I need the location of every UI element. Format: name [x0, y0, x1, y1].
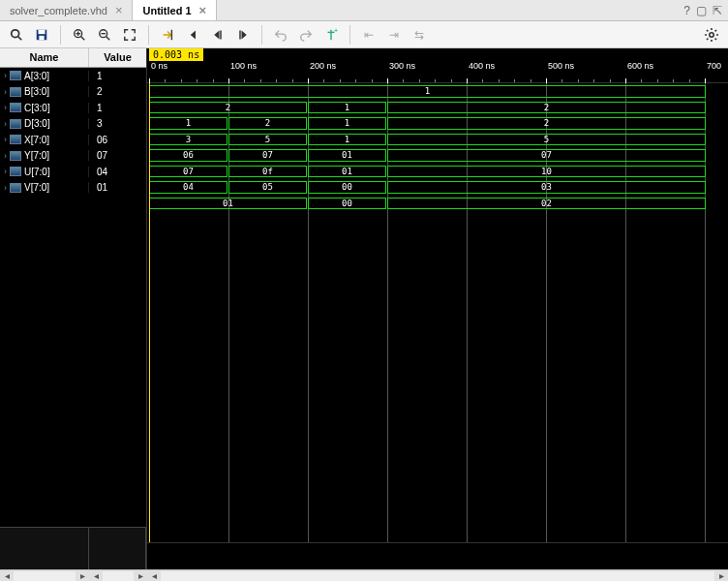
wave-segment: 2	[387, 117, 706, 130]
signal-name: A[3:0]	[24, 71, 49, 81]
time-tick: 700	[705, 73, 719, 82]
signal-row[interactable]: ›B[3:0]2	[0, 84, 146, 101]
step-back-icon[interactable]	[207, 24, 228, 46]
signal-panel: Name Value ›A[3:0]1›B[3:0]2›C[3:0]1›D[3:…	[0, 48, 147, 569]
add-marker-icon[interactable]: +	[320, 24, 342, 46]
wave-segment: 00	[308, 198, 386, 210]
wave-row: 06070107	[147, 147, 728, 164]
search-icon[interactable]	[6, 24, 27, 46]
svg-rect-4	[39, 35, 44, 39]
signal-row[interactable]: ›A[3:0]1	[0, 68, 146, 84]
toolbar: + ⇤ ⇥ ⇆	[0, 21, 728, 48]
time-tick: 600 ns	[625, 73, 652, 82]
tab-untitled[interactable]: Untitled 1 ×	[133, 0, 217, 20]
cursor-line[interactable]	[149, 83, 150, 542]
time-tick: 300 ns	[387, 73, 413, 82]
prev-edge-icon[interactable]: ⇤	[358, 24, 379, 46]
signal-value: 2	[89, 86, 146, 97]
time-tick: 0 ns	[149, 73, 166, 82]
redo-icon[interactable]	[295, 24, 317, 46]
save-icon[interactable]	[31, 24, 52, 46]
tab-label: solver_complete.vhd	[10, 5, 107, 16]
time-tick: 100 ns	[228, 73, 255, 82]
zoom-out-icon[interactable]	[94, 24, 115, 46]
wave-segment: 01	[308, 166, 386, 178]
chevron-right-icon[interactable]: ›	[4, 167, 7, 176]
undo-icon[interactable]	[270, 24, 291, 46]
signal-name: D[3:0]	[24, 118, 50, 129]
bus-icon	[10, 167, 21, 176]
close-icon[interactable]: ×	[199, 3, 207, 17]
hscroll-value[interactable]: ◂▸	[89, 569, 147, 581]
chevron-right-icon[interactable]: ›	[4, 151, 7, 161]
hscroll-wave[interactable]: ◂▸	[147, 569, 728, 581]
goto-cursor-icon[interactable]	[157, 24, 178, 46]
wave-segment: 03	[387, 181, 706, 194]
wave-row: 070f0110	[147, 164, 728, 180]
wave-segment: 02	[387, 198, 706, 210]
zoom-fit-icon[interactable]	[119, 24, 140, 46]
close-icon[interactable]: ×	[115, 3, 123, 17]
bus-icon	[10, 183, 21, 193]
signal-row[interactable]: ›X[7:0]06	[0, 132, 146, 148]
svg-line-1	[18, 36, 22, 40]
waveform-area[interactable]: 0.003 ns 0 ns100 ns200 ns300 ns400 ns500…	[147, 48, 728, 569]
wave-segment: 1	[308, 134, 386, 146]
step-forward-icon[interactable]	[232, 24, 254, 46]
zoom-in-icon[interactable]	[69, 24, 90, 46]
wave-row: 3515	[147, 132, 728, 148]
bus-icon	[10, 87, 21, 97]
signal-name: C[3:0]	[24, 103, 50, 113]
wave-segment: 1	[308, 117, 386, 130]
goto-start-icon[interactable]	[182, 24, 203, 46]
wave-segment: 10	[387, 166, 706, 178]
time-tick: 400 ns	[467, 73, 493, 82]
wave-row: 212	[147, 100, 728, 116]
signal-row[interactable]: ›V[7:0]01	[0, 180, 146, 197]
tab-solver[interactable]: solver_complete.vhd ×	[0, 0, 133, 20]
wave-segment: 5	[228, 134, 307, 146]
hscroll-name[interactable]: ◂▸	[0, 569, 89, 581]
signal-name: X[7:0]	[24, 135, 49, 145]
signal-name: V[7:0]	[24, 182, 49, 193]
time-tick: 500 ns	[546, 73, 572, 82]
chevron-right-icon[interactable]: ›	[4, 71, 7, 80]
bus-icon	[10, 103, 21, 112]
chevron-right-icon[interactable]: ›	[4, 87, 7, 97]
wave-segment: 2	[228, 117, 307, 130]
svg-line-11	[106, 36, 110, 40]
signal-value: 04	[89, 167, 146, 177]
signal-value: 1	[89, 71, 146, 81]
wave-segment: 04	[149, 181, 228, 194]
wave-segment: 1	[149, 117, 228, 130]
signal-row[interactable]: ›U[7:0]04	[0, 164, 146, 180]
popout-icon[interactable]: ⇱	[713, 4, 722, 17]
bus-icon	[10, 71, 21, 80]
maximize-icon[interactable]: ▢	[696, 4, 707, 17]
chevron-right-icon[interactable]: ›	[4, 119, 7, 129]
chevron-right-icon[interactable]: ›	[4, 135, 7, 144]
signal-row[interactable]: ›D[3:0]3	[0, 116, 146, 133]
settings-icon[interactable]	[701, 24, 722, 46]
cursor-time-label: 0.003 ns	[149, 48, 203, 61]
wave-segment: 2	[387, 102, 706, 114]
col-value-header: Value	[89, 48, 146, 67]
time-ruler[interactable]: 0 ns100 ns200 ns300 ns400 ns500 ns600 ns…	[147, 48, 728, 83]
signal-row[interactable]: ›Y[7:0]07	[0, 148, 146, 165]
svg-line-8	[81, 36, 85, 40]
svg-text:+: +	[334, 28, 338, 35]
wave-segment: 3	[149, 134, 228, 146]
bus-icon	[10, 135, 21, 144]
wave-segment: 06	[149, 149, 228, 162]
signal-row[interactable]: ›C[3:0]1	[0, 100, 146, 116]
wave-row: 1	[147, 83, 728, 100]
help-icon[interactable]: ?	[683, 4, 690, 17]
signal-name: U[7:0]	[24, 167, 50, 177]
tab-bar: solver_complete.vhd × Untitled 1 × ? ▢ ⇱	[0, 0, 728, 21]
chevron-right-icon[interactable]: ›	[4, 103, 7, 112]
time-tick: 200 ns	[308, 73, 334, 82]
chevron-right-icon[interactable]: ›	[4, 183, 7, 193]
wave-segment: 1	[308, 102, 386, 114]
swap-icon[interactable]: ⇆	[409, 24, 430, 46]
next-edge-icon[interactable]: ⇥	[383, 24, 405, 46]
